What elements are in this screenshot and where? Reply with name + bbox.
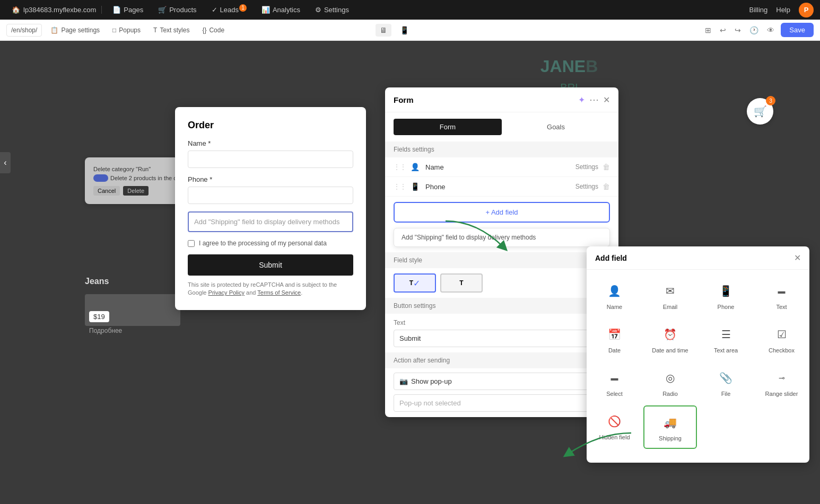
field-type-checkbox[interactable]: ☑ Checkbox (754, 317, 809, 361)
phone-settings-btn[interactable]: Settings (575, 183, 598, 190)
nav-settings[interactable]: ⚙ Settings (309, 4, 355, 16)
panel-tabs: Form Goals (394, 119, 610, 135)
prev-nav-btn[interactable]: ‹ (0, 152, 11, 173)
field-type-radio[interactable]: ◎ Radio (642, 361, 698, 404)
product-more-btn[interactable]: Подробнее (89, 327, 122, 334)
text-styles-icon: T (153, 26, 157, 34)
page-toolbar: /en/shop/ 📋 Page settings □ Popups T Tex… (0, 20, 820, 41)
shipping-field-placeholder: Add "Shipping" field to display delivery… (188, 211, 353, 232)
field-type-select[interactable]: ▬ Select (587, 361, 642, 404)
save-button[interactable]: Save (781, 23, 814, 37)
recaptcha-text: This site is protected by reCAPTCHA and … (188, 281, 353, 297)
name-settings-btn[interactable]: Settings (575, 163, 598, 171)
style-t-icon: T (409, 279, 413, 287)
phone-label: Phone * (188, 175, 353, 183)
nav-analytics[interactable]: 📊 Analytics (255, 4, 307, 16)
more-options-icon[interactable]: ⋯ (589, 94, 599, 105)
drag-handle-phone[interactable]: ⋮⋮ (394, 183, 406, 190)
privacy-policy-link[interactable]: Privacy Policy (208, 289, 245, 296)
style-option-1[interactable]: T ✓ (394, 273, 436, 293)
popups-icon: □ (112, 26, 116, 34)
panel-header: Form ✦ ⋯ ✕ (385, 87, 618, 112)
top-navigation: 🏠 lp384683.myflexbe.com 📄 Pages 🛒 Produc… (0, 0, 820, 20)
panel-title: Form (394, 95, 578, 104)
settings-icon: ⚙ (315, 6, 321, 14)
preview-icon[interactable]: 👁 (765, 24, 777, 37)
close-add-field-icon[interactable]: ✕ (794, 253, 801, 263)
house-icon: 🏠 (12, 6, 20, 14)
field-type-text[interactable]: ▬ Text (754, 274, 809, 317)
undo-icon[interactable]: ↩ (718, 24, 728, 37)
field-type-email[interactable]: ✉ Email (642, 274, 698, 317)
field-type-datetime[interactable]: ⏰ Date and time (642, 317, 698, 361)
submit-button[interactable]: Submit (188, 254, 353, 276)
consent-row: I agree to the processing of my personal… (188, 240, 353, 247)
style-check-icon: ✓ (413, 278, 420, 288)
nav-pages[interactable]: 📄 Pages (106, 4, 150, 16)
style-t2-icon: T (459, 279, 463, 287)
add-field-button[interactable]: + Add field (394, 202, 610, 223)
tab-form[interactable]: Form (394, 119, 502, 135)
page-path[interactable]: /en/shop/ (6, 24, 42, 37)
billing-link[interactable]: Billing (749, 6, 768, 14)
phone-delete-btn[interactable]: 🗑 (603, 182, 610, 191)
toolbar-right: ⊞ ↩ ↪ 🕐 👁 Save (703, 23, 814, 37)
name-type-icon: 👤 (605, 281, 624, 300)
button-text-input[interactable] (394, 330, 610, 347)
cart-badge: 3 (766, 96, 775, 105)
filter-icon[interactable]: ⊞ (703, 24, 713, 37)
phone-field-group: Phone * (188, 175, 353, 204)
mobile-view-btn[interactable]: 📱 (396, 24, 413, 37)
page-settings-icon: 📋 (50, 26, 58, 34)
drag-handle-name[interactable]: ⋮⋮ (394, 163, 406, 171)
fields-settings-label: Fields settings (385, 142, 618, 157)
name-delete-btn[interactable]: 🗑 (603, 163, 610, 171)
nav-products[interactable]: 🛒 Products (152, 4, 203, 16)
history-icon[interactable]: 🕐 (747, 24, 761, 37)
desktop-view-btn[interactable]: 🖥 (376, 24, 391, 37)
page-settings-btn[interactable]: 📋 Page settings (46, 24, 104, 36)
order-modal: Order Name * Phone * Add "Shipping" fiel… (175, 107, 366, 310)
field-row-phone: ⋮⋮ 📱 Phone Settings 🗑 (385, 177, 618, 197)
popups-btn[interactable]: □ Popups (108, 24, 145, 36)
redo-icon[interactable]: ↪ (732, 24, 743, 37)
text-styles-btn[interactable]: T Text styles (149, 24, 194, 36)
field-type-range-slider[interactable]: ⊸ Range slider (754, 361, 809, 404)
field-type-date[interactable]: 📅 Date (587, 317, 642, 361)
radio-type-icon: ◎ (661, 368, 680, 387)
name-label: Name * (188, 139, 353, 147)
code-btn[interactable]: {} Code (198, 24, 229, 36)
field-type-textarea[interactable]: ☰ Text area (698, 317, 754, 361)
name-input[interactable] (188, 151, 353, 168)
checkbox-type-icon: ☑ (772, 325, 791, 344)
phone-input[interactable] (188, 187, 353, 204)
field-type-file[interactable]: 📎 File (698, 361, 754, 404)
leads-icon: ✓ (212, 6, 217, 14)
action-label: Action after sending (385, 352, 618, 368)
popup-selector[interactable]: Pop-up not selected (394, 394, 610, 412)
field-row-name: ⋮⋮ 👤 Name Settings 🗑 (385, 157, 618, 177)
domain-link[interactable]: 🏠 lp384683.myflexbe.com (6, 6, 102, 14)
help-link[interactable]: Help (776, 6, 790, 14)
field-style-row: T ✓ T (385, 268, 618, 298)
field-type-hidden[interactable]: 🚫 Hidden field (587, 404, 642, 450)
tab-goals[interactable]: Goals (502, 119, 610, 135)
close-panel-icon[interactable]: ✕ (603, 95, 610, 105)
terms-link[interactable]: Terms of Service (257, 289, 301, 296)
field-type-name[interactable]: 👤 Name (587, 274, 642, 317)
magic-icon[interactable]: ✦ (578, 95, 585, 105)
nav-leads[interactable]: ✓ Leads 1 (205, 4, 253, 16)
field-type-grid: 👤 Name ✉ Email 📱 Phone ▬ Text 📅 Date ⏰ (587, 270, 809, 454)
field-type-phone[interactable]: 📱 Phone (698, 274, 754, 317)
user-avatar[interactable]: P (799, 3, 814, 17)
field-type-shipping[interactable]: 🚚 Shipping (643, 405, 697, 449)
popup-icon: 📷 (399, 377, 408, 385)
pages-icon: 📄 (112, 6, 121, 14)
consent-checkbox[interactable] (188, 240, 195, 247)
bg-header: JANEB (0, 41, 820, 76)
file-type-icon: 📎 (717, 368, 736, 387)
action-dropdown[interactable]: 📷 Show pop-up ▾ (394, 373, 610, 390)
style-option-2[interactable]: T (440, 273, 483, 293)
nav-right: Billing Help P (749, 3, 814, 17)
cart-button[interactable]: 🛒 3 (747, 98, 773, 125)
